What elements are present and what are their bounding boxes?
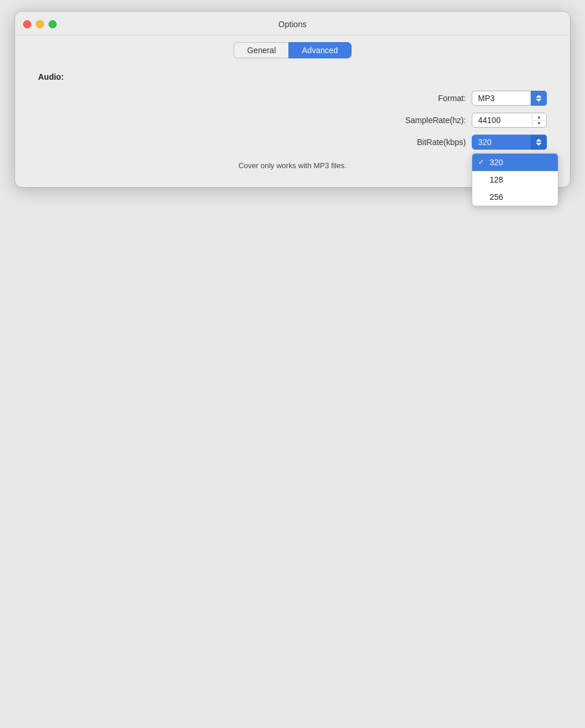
samplerate-stepper-wrapper: 44100 ▲ ▼ [472, 113, 547, 128]
minimize-button[interactable] [36, 20, 44, 28]
maximize-button[interactable] [49, 20, 57, 28]
samplerate-down-button[interactable]: ▼ [532, 121, 546, 127]
format-row: Format: MP3 [38, 91, 547, 106]
samplerate-row: SampleRate(hz): 44100 ▲ ▼ [38, 113, 547, 128]
bitrate-spinner-down-icon [536, 143, 542, 146]
format-spinner-up-icon [536, 95, 542, 98]
format-value: MP3 [478, 94, 495, 103]
bitrate-dropdown: 320 128 256 [472, 153, 558, 206]
cover-note-text: Cover only works with MP3 files. [238, 161, 346, 170]
samplerate-label: SampleRate(hz): [405, 116, 466, 125]
window-title: Options [279, 20, 307, 29]
samplerate-value: 44100 [478, 116, 501, 125]
title-bar: Options [15, 12, 570, 35]
samplerate-up-button[interactable]: ▲ [532, 114, 546, 121]
format-select-wrapper: MP3 [472, 91, 547, 106]
audio-section-label: Audio: [38, 72, 547, 81]
bitrate-value: 320 [478, 138, 491, 147]
tab-advanced[interactable]: Advanced [288, 42, 351, 58]
bitrate-spinner-up-icon [536, 139, 542, 142]
bitrate-select-container: 320 320 128 256 [472, 135, 547, 150]
content-area: Audio: Format: MP3 SampleRate(hz): 44100 [15, 66, 570, 187]
bitrate-option-128[interactable]: 128 [472, 171, 558, 188]
format-select[interactable]: MP3 [472, 91, 547, 106]
samplerate-stepper[interactable]: ▲ ▼ [532, 114, 546, 127]
bitrate-option-256[interactable]: 256 [472, 188, 558, 206]
bitrate-row: BitRate(kbps) 320 320 128 256 [38, 135, 547, 150]
bitrate-spinner[interactable] [531, 135, 547, 150]
tab-bar: General Advanced [15, 35, 570, 66]
options-window: Options General Advanced Audio: Format: … [15, 12, 570, 187]
format-spinner-down-icon [536, 99, 542, 102]
tab-general[interactable]: General [234, 42, 288, 58]
close-button[interactable] [23, 20, 31, 28]
bitrate-select[interactable]: 320 [472, 135, 547, 150]
bitrate-label: BitRate(kbps) [417, 138, 466, 147]
format-spinner[interactable] [531, 91, 547, 106]
format-label: Format: [438, 94, 466, 103]
bitrate-option-320[interactable]: 320 [472, 154, 558, 171]
traffic-lights [23, 20, 57, 28]
cover-note-row: Cover only works with MP3 files. [38, 157, 547, 170]
